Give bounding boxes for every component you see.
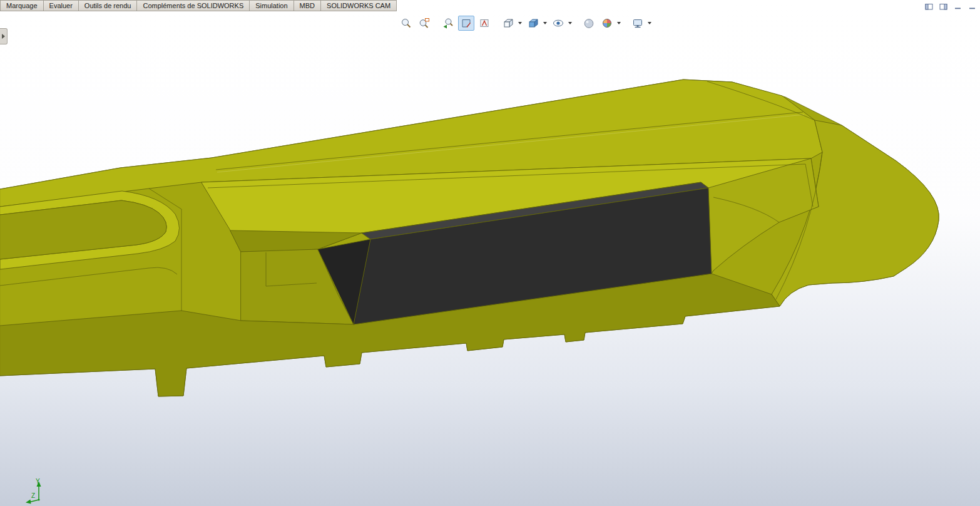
dynamic-annotation-views-icon <box>479 18 490 29</box>
tab-solidworks-cam[interactable]: SOLIDWORKS CAM <box>320 0 397 11</box>
display-style-button[interactable] <box>525 16 541 31</box>
dynamic-annotation-views-button[interactable] <box>476 16 493 31</box>
graphics-area[interactable] <box>0 0 980 506</box>
section-view-icon <box>461 18 472 29</box>
apply-scene-icon <box>601 18 613 29</box>
edit-appearance-button[interactable] <box>581 16 597 31</box>
tab-evaluer[interactable]: Evaluer <box>43 0 79 11</box>
previous-view-icon <box>442 18 454 29</box>
display-style-dropdown-icon[interactable] <box>543 22 547 24</box>
hide-show-items-icon <box>553 18 564 29</box>
hide-show-items-dropdown-icon[interactable] <box>568 22 572 24</box>
zoom-to-fit-button[interactable] <box>398 16 414 31</box>
reference-triad: Y Z <box>23 476 58 505</box>
display-style-icon <box>528 18 539 29</box>
view-orientation-icon <box>503 18 514 29</box>
tab-marquage[interactable]: Marquage <box>0 0 44 11</box>
apply-scene-button[interactable] <box>599 16 615 31</box>
expand-pane-arrow-icon <box>2 34 5 39</box>
document-window-controls <box>924 2 976 11</box>
pane-right-icon[interactable] <box>939 2 947 11</box>
minimize-2-icon[interactable] <box>967 2 976 11</box>
feature-pane-expand-tab[interactable] <box>0 28 8 44</box>
triad-z-arrowhead-icon <box>26 500 31 504</box>
triad-y-label: Y <box>36 478 40 485</box>
solidworks-window: Marquage Evaluer Outils de rendu Complém… <box>0 0 980 506</box>
hide-show-items-button[interactable] <box>550 16 566 31</box>
tab-complements-solidworks[interactable]: Compléments de SOLIDWORKS <box>136 0 250 11</box>
heads-up-view-toolbar <box>398 16 653 31</box>
triad-origin-dot <box>38 498 39 500</box>
section-view-button[interactable] <box>458 16 474 31</box>
command-manager-tabbar: Marquage Evaluer Outils de rendu Complém… <box>0 0 980 12</box>
tab-mbd[interactable]: MBD <box>293 0 321 11</box>
tab-outils-de-rendu[interactable]: Outils de rendu <box>78 0 138 11</box>
view-orientation-button[interactable] <box>500 16 516 31</box>
previous-view-button[interactable] <box>440 16 456 31</box>
view-settings-button[interactable] <box>630 16 646 31</box>
view-orientation-dropdown-icon[interactable] <box>518 22 522 24</box>
zoom-to-area-button[interactable] <box>416 16 432 31</box>
apply-scene-dropdown-icon[interactable] <box>617 22 621 24</box>
view-settings-dropdown-icon[interactable] <box>648 22 651 24</box>
view-settings-icon <box>632 18 643 29</box>
zoom-to-fit-icon <box>401 18 412 29</box>
tab-simulation[interactable]: Simulation <box>249 0 293 11</box>
edit-appearance-icon <box>583 18 595 29</box>
triad-z-label: Z <box>31 492 35 499</box>
zoom-to-area-icon <box>419 18 430 29</box>
minimize-icon[interactable] <box>953 2 962 11</box>
pane-left-icon[interactable] <box>924 2 933 11</box>
